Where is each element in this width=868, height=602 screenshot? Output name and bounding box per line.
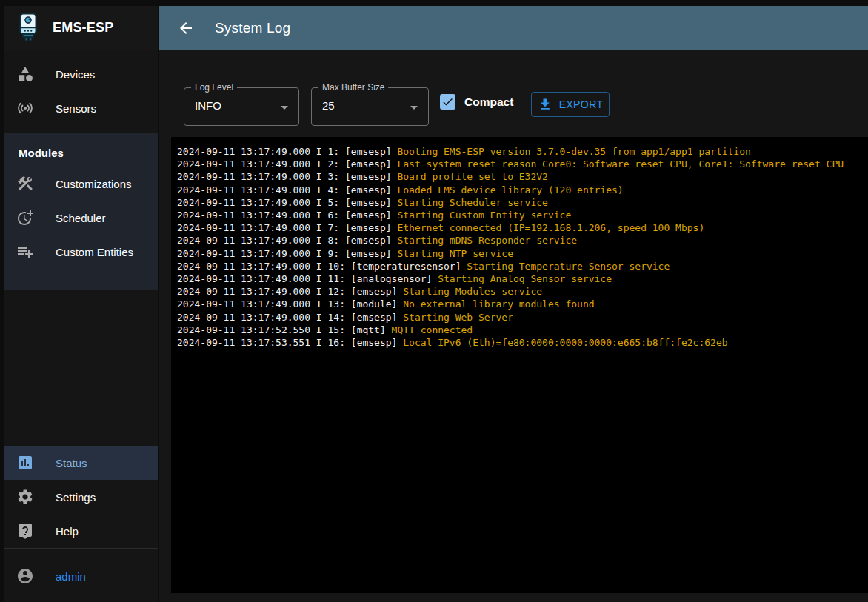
log-line: 2024-09-11 13:17:49.000 I 6: [emsesp] St… — [177, 209, 868, 221]
sidebar-spacer — [4, 290, 158, 446]
log-line-message: Starting Temperature Sensor service — [467, 261, 670, 272]
sensors-icon — [16, 99, 34, 117]
sidebar-item-devices[interactable]: Devices — [4, 57, 158, 91]
username-label: admin — [56, 570, 86, 583]
log-level-value: INFO — [195, 99, 221, 112]
export-button-label: EXPORT — [559, 98, 604, 110]
log-line: 2024-09-11 13:17:49.000 I 3: [emsesp] Bo… — [177, 170, 868, 183]
sidebar-item-label: Scheduler — [56, 212, 106, 224]
log-line-message: Starting Custom Entity service — [397, 210, 571, 221]
log-line-message: Local IPv6 (Eth)=fe80:0000:0000:0000:e66… — [403, 337, 727, 348]
sidebar-item-status[interactable]: Status — [4, 446, 158, 480]
sidebar-item-help[interactable]: Help — [4, 514, 158, 548]
sidebar-modules-nav: CustomizationsSchedulerCustom Entities — [4, 167, 158, 269]
compact-checkbox[interactable] — [440, 94, 455, 110]
log-line-prefix: 2024-09-11 13:17:49.000 I 1: [emsesp] — [177, 146, 397, 157]
app-title: EMS-ESP — [53, 20, 113, 36]
dropdown-arrow-icon — [405, 98, 423, 116]
log-line-message: Starting mDNS Responder service — [397, 235, 577, 246]
log-line-prefix: 2024-09-11 13:17:49.000 I 5: [emsesp] — [177, 197, 397, 208]
assessment-icon — [16, 454, 34, 472]
log-line: 2024-09-11 13:17:49.000 I 14: [emsesp] S… — [177, 311, 868, 324]
sidebar-item-label: Status — [56, 457, 87, 469]
log-line-prefix: 2024-09-11 13:17:49.000 I 12: [emsesp] — [177, 286, 403, 297]
log-line: 2024-09-11 13:17:49.000 I 13: [module] N… — [177, 298, 868, 310]
sidebar-bottom-nav: StatusSettingsHelp — [4, 446, 158, 548]
log-line: 2024-09-11 13:17:53.551 I 16: [emsesp] L… — [177, 336, 868, 349]
log-line-message: Board profile set to E32V2 — [397, 171, 548, 182]
log-line-message: Starting Web Server — [403, 312, 513, 323]
sidebar-item-label: Sensors — [56, 102, 96, 115]
sidebar-item-scheduler[interactable]: Scheduler — [4, 201, 158, 235]
log-line: 2024-09-11 13:17:49.000 I 4: [emsesp] Lo… — [177, 184, 868, 196]
log-line: 2024-09-11 13:17:49.000 I 1: [emsesp] Bo… — [177, 145, 868, 158]
compact-label: Compact — [464, 96, 513, 109]
sidebar-item-sensors[interactable]: Sensors — [4, 91, 158, 125]
sidebar-item-customizations[interactable]: Customizations — [4, 167, 158, 201]
sidebar-item-label: Devices — [56, 68, 95, 81]
log-level-label: Log Level — [191, 82, 237, 93]
log-console[interactable]: 2024-09-11 13:17:49.000 I 1: [emsesp] Bo… — [171, 137, 868, 593]
max-buffer-size-value: 25 — [322, 99, 335, 112]
log-line-prefix: 2024-09-11 13:17:49.000 I 13: [module] — [177, 298, 403, 310]
sidebar-item-custom-entities[interactable]: Custom Entities — [4, 235, 158, 269]
log-line-message: Ethernet connected (IP=192.168.1.206, sp… — [397, 222, 704, 233]
dropdown-arrow-icon — [276, 98, 293, 116]
playlist-add-icon — [16, 243, 34, 261]
log-line: 2024-09-11 13:17:49.000 I 8: [emsesp] St… — [177, 234, 868, 247]
log-line-prefix: 2024-09-11 13:17:49.000 I 14: [emsesp] — [177, 312, 403, 323]
construction-icon — [16, 175, 34, 193]
category-icon — [16, 65, 34, 83]
log-line-message: Starting NTP service — [397, 248, 513, 259]
log-line-prefix: 2024-09-11 13:17:49.000 I 3: [emsesp] — [177, 171, 397, 182]
sidebar: EMS-ESP DevicesSensors Modules Customiza… — [4, 6, 158, 602]
check-icon — [441, 96, 454, 108]
sidebar-primary-nav: DevicesSensors — [4, 50, 158, 133]
log-line-prefix: 2024-09-11 13:17:49.000 I 7: [emsesp] — [177, 222, 397, 233]
sidebar-item-label: Help — [56, 525, 79, 538]
log-level-select[interactable]: Log Level INFO — [184, 87, 299, 126]
main-content: Log Level INFO Max Buffer Size 25 Compac… — [159, 50, 868, 602]
log-line-prefix: 2024-09-11 13:17:52.550 I 15: [mqtt] — [177, 324, 392, 335]
log-line-prefix: 2024-09-11 13:17:49.000 I 4: [emsesp] — [177, 184, 397, 195]
sidebar-user-section: admin — [4, 548, 158, 602]
log-line-prefix: 2024-09-11 13:17:49.000 I 11: [analogsen… — [177, 273, 438, 284]
log-line: 2024-09-11 13:17:49.000 I 5: [emsesp] St… — [177, 196, 868, 209]
sidebar-logo-row: EMS-ESP — [4, 6, 158, 50]
live-help-icon — [16, 522, 34, 540]
log-line: 2024-09-11 13:17:49.000 I 7: [emsesp] Et… — [177, 221, 868, 234]
log-line: 2024-09-11 13:17:49.000 I 2: [emsesp] La… — [177, 158, 868, 170]
log-line-prefix: 2024-09-11 13:17:49.000 I 2: [emsesp] — [177, 158, 397, 170]
ems-esp-boiler-logo-icon — [16, 13, 41, 44]
download-icon — [538, 97, 552, 112]
sidebar-item-admin[interactable]: admin — [4, 559, 158, 593]
log-line: 2024-09-11 13:17:49.000 I 9: [emsesp] St… — [177, 247, 868, 260]
sidebar-item-settings[interactable]: Settings — [4, 480, 158, 514]
log-line-message: Starting Scheduler service — [397, 197, 548, 208]
compact-toggle[interactable]: Compact — [440, 94, 513, 110]
modules-section-header: Modules — [4, 136, 158, 167]
log-line-prefix: 2024-09-11 13:17:49.000 I 6: [emsesp] — [177, 210, 397, 221]
max-buffer-size-select[interactable]: Max Buffer Size 25 — [311, 87, 429, 126]
arrow-back-icon — [177, 19, 195, 37]
log-line: 2024-09-11 13:17:49.000 I 12: [emsesp] S… — [177, 285, 868, 298]
account-circle-icon — [16, 567, 34, 585]
sidebar-item-label: Settings — [56, 491, 96, 504]
sidebar-item-label: Customizations — [56, 178, 132, 190]
more-time-icon — [16, 209, 34, 227]
back-button[interactable] — [177, 19, 195, 37]
max-buffer-size-label: Max Buffer Size — [318, 82, 388, 93]
log-line-message: Loaded EMS device library (120 entries) — [397, 184, 623, 195]
export-button[interactable]: EXPORT — [531, 92, 610, 117]
log-line-message: MQTT connected — [392, 324, 473, 335]
log-line-message: Starting Analog Sensor service — [438, 273, 612, 284]
log-line: 2024-09-11 13:17:49.000 I 10: [temperatu… — [177, 260, 868, 272]
page-title: System Log — [215, 20, 290, 36]
log-line-prefix: 2024-09-11 13:17:49.000 I 8: [emsesp] — [177, 235, 397, 246]
log-line-message: Starting Modules service — [403, 286, 542, 297]
log-line-prefix: 2024-09-11 13:17:49.000 I 10: [temperatu… — [177, 261, 467, 272]
sidebar-modules-section: Modules CustomizationsSchedulerCustom En… — [4, 133, 158, 290]
sidebar-item-label: Custom Entities — [56, 246, 133, 258]
log-line: 2024-09-11 13:17:52.550 I 15: [mqtt] MQT… — [177, 324, 868, 336]
ems-esp-app: EMS-ESP DevicesSensors Modules Customiza… — [0, 0, 868, 602]
